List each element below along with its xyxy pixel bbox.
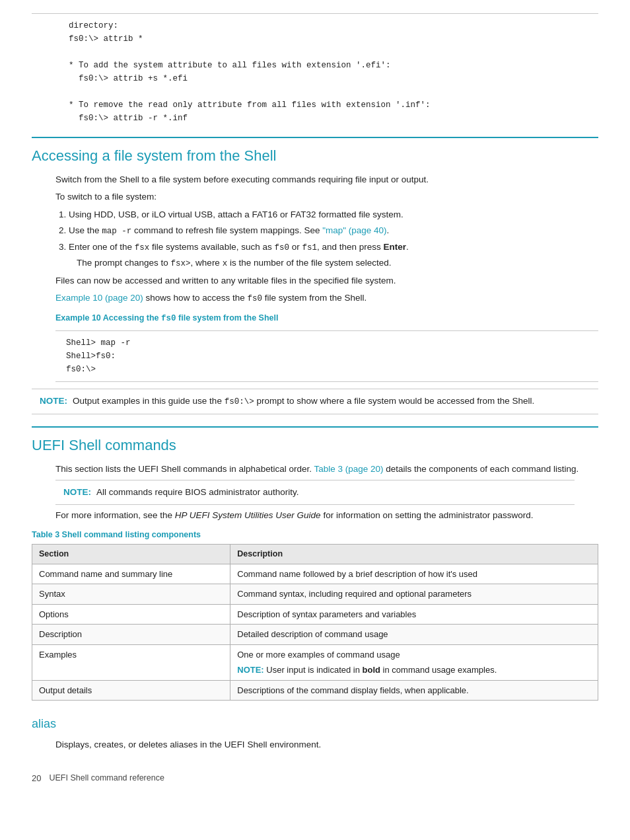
table-cell-description: Description of syntax parameters and var… — [230, 604, 598, 625]
examples-note-before: User input is indicated in — [266, 665, 362, 675]
table-row: Output detailsDescriptions of the comman… — [32, 680, 598, 701]
uefi-intro: This section lists the UEFI Shell comman… — [55, 463, 598, 476]
section-accessing: Accessing a file system from the Shell S… — [32, 137, 598, 414]
table-cell-description: Descriptions of the command display fiel… — [230, 680, 598, 701]
examples-note-after: in command usage examples. — [380, 665, 497, 675]
section-alias: alias Displays, creates, or deletes alia… — [32, 715, 598, 751]
step-3-sub-mid: , where — [191, 258, 223, 268]
table-row: OptionsDescription of syntax parameters … — [32, 604, 598, 625]
step-3-code1: fsx — [135, 243, 150, 252]
col-description-header: Description — [230, 545, 598, 564]
uefi-intro-before: This section lists the UEFI Shell comman… — [55, 464, 314, 474]
accessing-para2: Example 10 (page 20) shows how to access… — [55, 291, 598, 305]
uefi-para-after: for information on setting the administr… — [321, 510, 534, 520]
step-3-sub-before: The prompt changes to — [77, 258, 171, 268]
accessing-para2-after: shows how to access the — [143, 293, 248, 303]
footer-text: UEFI Shell command reference — [49, 772, 164, 784]
table-cell-description: Detailed description of command usage — [230, 625, 598, 645]
accessing-note-before: Output examples in this guide use the — [73, 396, 225, 406]
step-3-sub-end: is the number of the file system selecte… — [227, 258, 391, 268]
table-row: DescriptionDetailed description of comma… — [32, 625, 598, 645]
uefi-heading: UEFI Shell commands — [32, 426, 598, 456]
table-cell-description: Command syntax, including required and o… — [230, 584, 598, 605]
accessing-note-text: Output examples in this guide use the fs… — [73, 395, 534, 408]
page-footer: 20 UEFI Shell command reference — [32, 772, 598, 785]
step-3-bold: Enter — [384, 242, 407, 252]
step-3-mid2: or — [289, 242, 302, 252]
uefi-para-italic: HP UEFI System Utilities User Guide — [175, 510, 321, 520]
table-cell-description: Command name followed by a brief descrip… — [230, 564, 598, 584]
examples-note-bold: bold — [363, 665, 380, 675]
table-cell-section: Syntax — [32, 584, 230, 605]
step-2: Use the map -r command to refresh file s… — [69, 224, 598, 238]
step-3-mid: file systems available, such as — [149, 242, 274, 252]
examples-line1: One or more examples of command usage — [237, 648, 591, 662]
step-1-text: Using HDD, USB, or iLO virtual USB, atta… — [69, 210, 403, 219]
step-3-final: . — [406, 242, 409, 252]
accessing-note-after: prompt to show where a file system would… — [254, 396, 535, 406]
top-code-block: directory: fs0:\> attrib * * To add the … — [69, 19, 598, 125]
examples-note-label: NOTE: — [237, 665, 266, 675]
example-10-heading-text-before: Example 10 Accessing the — [55, 313, 161, 323]
section-uefi: UEFI Shell commands This section lists t… — [32, 426, 598, 701]
step-3: Enter one of the fsx file systems availa… — [69, 241, 598, 271]
step-2-before: Use the — [69, 225, 102, 235]
example-10-code-block: Shell> map -r Shell>fs0: fs0:\> — [55, 330, 598, 382]
example-10-code-label: fs0 — [161, 314, 176, 323]
alias-heading: alias — [32, 715, 598, 733]
step-2-code: map -r — [102, 227, 131, 236]
accessing-note-code: fs0:\> — [225, 397, 254, 406]
uefi-para: For more information, see the HP UEFI Sy… — [55, 509, 598, 522]
step-3-end: , and then press — [317, 242, 384, 252]
accessing-para1: Files can now be accessed and written to… — [55, 274, 598, 287]
table-3: Section Description Command name and sum… — [32, 544, 598, 701]
step-3-sub: The prompt changes to fsx>, where x is t… — [77, 256, 598, 270]
accessing-to-switch: To switch to a file system: — [55, 190, 598, 204]
step-3-code3: fs1 — [302, 243, 317, 252]
col-section-header: Section — [32, 545, 230, 564]
table-header-row: Section Description — [32, 545, 598, 564]
accessing-para2-end: file system from the Shell. — [262, 293, 367, 303]
example-10-container: Example 10 Accessing the fs0 file system… — [55, 312, 598, 382]
uefi-note: NOTE: All commands require BIOS administ… — [55, 480, 575, 505]
table-cell-section: Examples — [32, 644, 230, 680]
table-cell-description: One or more examples of command usageNOT… — [230, 644, 598, 680]
uefi-note-label: NOTE: — [63, 486, 91, 499]
table-cell-section: Command name and summary line — [32, 564, 230, 584]
step-3-sub-code1: fsx> — [171, 259, 191, 268]
example-10-heading-text-after: file system from the Shell — [176, 313, 279, 323]
step-1: Using HDD, USB, or iLO virtual USB, atta… — [69, 208, 598, 221]
uefi-intro-link[interactable]: Table 3 (page 20) — [314, 464, 383, 474]
alias-text: Displays, creates, or deletes aliases in… — [55, 738, 598, 751]
step-3-before: Enter one of the — [69, 242, 135, 252]
accessing-heading: Accessing a file system from the Shell — [32, 137, 598, 167]
step-3-code2: fs0 — [274, 243, 289, 252]
footer-page-num: 20 — [32, 772, 41, 785]
accessing-note-label: NOTE: — [40, 395, 67, 408]
top-code-section: directory: fs0:\> attrib * * To add the … — [32, 13, 598, 125]
accessing-para2-code: fs0 — [247, 294, 262, 303]
step-2-end: . — [387, 225, 390, 235]
table-cell-section: Output details — [32, 680, 230, 701]
accessing-steps: Using HDD, USB, or iLO virtual USB, atta… — [69, 208, 598, 271]
uefi-intro-after: details the components of each command l… — [384, 464, 579, 474]
uefi-note-text: All commands require BIOS administrator … — [96, 486, 299, 499]
table-row: Command name and summary lineCommand nam… — [32, 564, 598, 584]
accessing-intro: Switch from the Shell to a file system b… — [55, 173, 598, 186]
table-row: ExamplesOne or more examples of command … — [32, 644, 598, 680]
accessing-note: NOTE: Output examples in this guide use … — [32, 389, 598, 414]
table-row: SyntaxCommand syntax, including required… — [32, 584, 598, 605]
table-3-heading: Table 3 Shell command listing components — [32, 529, 598, 541]
table-cell-section: Options — [32, 604, 230, 625]
step-2-link[interactable]: "map" (page 40) — [322, 225, 386, 235]
uefi-para-before: For more information, see the — [55, 510, 175, 520]
examples-note: NOTE: User input is indicated in bold in… — [237, 664, 591, 677]
table-cell-section: Description — [32, 625, 230, 645]
accessing-para2-link[interactable]: Example 10 (page 20) — [55, 293, 143, 303]
example-10-heading: Example 10 Accessing the fs0 file system… — [55, 312, 598, 325]
step-2-after: command to refresh file system mappings.… — [131, 225, 322, 235]
